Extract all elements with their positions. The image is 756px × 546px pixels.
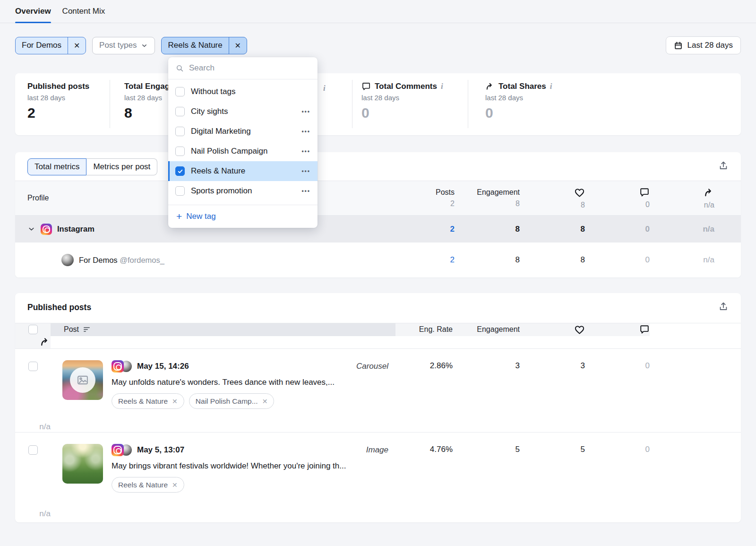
tag-option-nail-polish-campaign[interactable]: Nail Polish Campaign ••• xyxy=(168,141,318,161)
tag-option-without-tags[interactable]: Without tags xyxy=(168,82,318,102)
stat-published-posts-label: Published posts xyxy=(27,82,89,91)
tags-list: Without tags City sights ••• Digital Mar… xyxy=(168,79,318,205)
tag-option-reels-and-nature[interactable]: Reels & Nature ••• xyxy=(168,161,318,181)
tag-checkbox-checked[interactable] xyxy=(175,166,185,176)
post-date[interactable]: May 15, 14:26 xyxy=(137,362,189,371)
shares-icon[interactable] xyxy=(704,187,714,198)
post-shares: n/a xyxy=(15,497,51,519)
network-row-instagram[interactable]: Instagram 2 8 8 0 n/a xyxy=(15,216,741,243)
profile-filter-label: For Demos xyxy=(16,41,68,50)
profile-posts-value[interactable]: 2 xyxy=(393,255,455,265)
tab-content-mix[interactable]: Content Mix xyxy=(62,0,105,23)
toggle-metrics-per-post[interactable]: Metrics per post xyxy=(86,158,157,175)
new-tag-button[interactable]: + New tag xyxy=(168,205,318,228)
profile-likes-value: 8 xyxy=(520,255,585,265)
stat-published-posts-value: 2 xyxy=(27,105,89,121)
tag-option-digital-marketing[interactable]: Digital Marketing ••• xyxy=(168,121,318,141)
new-tag-label: New tag xyxy=(186,212,215,221)
likes-heart-icon[interactable] xyxy=(574,324,585,335)
tag-remove-icon[interactable]: ✕ xyxy=(172,398,178,405)
date-range-label: Last 28 days xyxy=(687,41,733,50)
stat-total-comments-label: Total Comments xyxy=(375,82,437,91)
stat-divider xyxy=(110,80,110,128)
export-icon[interactable] xyxy=(718,302,729,314)
tag-pill-label: Nail Polish Camp... xyxy=(196,397,258,406)
post-caption: May brings vibrant festivals worldwide! … xyxy=(112,461,388,471)
likes-heart-icon[interactable] xyxy=(574,187,585,198)
network-name: Instagram xyxy=(57,225,94,234)
tag-remove-icon[interactable]: ✕ xyxy=(262,398,268,405)
sort-icon[interactable] xyxy=(83,326,91,333)
tag-menu-icon[interactable]: ••• xyxy=(301,168,310,174)
stat-total-comments: Total Comments i last 28 days 0 xyxy=(361,82,443,121)
tag-pill: Nail Polish Camp... ✕ xyxy=(189,393,275,409)
export-icon[interactable] xyxy=(718,161,729,173)
tag-option-label: City sights xyxy=(191,107,295,116)
post-thumbnail[interactable] xyxy=(62,360,103,400)
tag-filter-chip[interactable]: Reels & Nature ✕ xyxy=(161,37,247,54)
tag-filter-label: Reels & Nature xyxy=(162,41,228,50)
tag-menu-icon[interactable]: ••• xyxy=(301,188,310,194)
tag-filter-close-icon[interactable]: ✕ xyxy=(229,37,247,54)
tag-remove-icon[interactable]: ✕ xyxy=(172,481,178,489)
tag-option-city-sights[interactable]: City sights ••• xyxy=(168,102,318,121)
tag-option-sports-promotion[interactable]: Sports promotion ••• xyxy=(168,181,318,201)
post-eng-rate: 4.76% xyxy=(395,433,453,454)
column-engagement-total: 8 xyxy=(515,199,520,208)
info-icon[interactable]: i xyxy=(550,82,552,91)
comments-icon[interactable] xyxy=(639,324,650,335)
tag-menu-icon[interactable]: ••• xyxy=(301,148,310,155)
post-types-filter-label: Post types xyxy=(99,41,137,50)
search-input[interactable] xyxy=(189,63,310,73)
post-engagement: 3 xyxy=(453,349,520,371)
column-posts[interactable]: Posts xyxy=(436,188,455,197)
tag-checkbox[interactable] xyxy=(175,127,185,136)
stat-published-posts-period: last 28 days xyxy=(27,94,89,102)
column-post[interactable]: Post xyxy=(64,325,79,334)
profile-comments-value: 0 xyxy=(585,255,650,265)
tag-checkbox[interactable] xyxy=(175,107,185,116)
post-thumbnail[interactable] xyxy=(62,444,103,484)
post-checkbox[interactable] xyxy=(28,445,38,455)
info-icon[interactable]: i xyxy=(323,84,326,93)
profile-handle: @fordemos_ xyxy=(120,256,164,264)
tag-checkbox[interactable] xyxy=(175,147,185,156)
column-engagement[interactable]: Engagement xyxy=(477,188,520,197)
calendar-icon xyxy=(674,41,683,50)
post-types-filter-chip[interactable]: Post types xyxy=(92,37,155,54)
post-date[interactable]: May 5, 13:07 xyxy=(137,445,184,455)
comments-icon[interactable] xyxy=(639,187,650,198)
metrics-view-toggle: Total metrics Metrics per post xyxy=(27,158,157,175)
post-comments: 0 xyxy=(585,433,650,454)
column-shares-total: n/a xyxy=(704,201,714,209)
profile-filter-close-icon[interactable]: ✕ xyxy=(68,37,86,54)
tag-checkbox[interactable] xyxy=(175,87,185,96)
tag-pill: Reels & Nature ✕ xyxy=(112,393,184,409)
tag-checkbox[interactable] xyxy=(175,186,185,196)
stat-divider xyxy=(352,80,352,128)
tab-overview[interactable]: Overview xyxy=(15,0,51,23)
column-engagement[interactable]: Engagement xyxy=(477,325,520,334)
post-tags: Reels & Nature ✕ Nail Polish Camp... ✕ xyxy=(112,393,388,409)
share-icon xyxy=(485,82,495,91)
profile-row-fordemos[interactable]: For Demos @fordemos_ 2 8 8 0 n/a xyxy=(15,243,741,277)
tag-menu-icon[interactable]: ••• xyxy=(301,108,310,115)
toggle-total-metrics[interactable]: Total metrics xyxy=(27,158,86,175)
post-engagement: 5 xyxy=(453,433,520,454)
column-comments-total: 0 xyxy=(645,200,650,209)
info-icon[interactable]: i xyxy=(441,82,443,91)
date-range-button[interactable]: Last 28 days xyxy=(666,36,741,54)
post-row-may15: May 15, 14:26 Carousel May unfolds natur… xyxy=(15,349,741,433)
column-eng-rate[interactable]: Eng. Rate xyxy=(419,325,453,334)
column-likes-total: 8 xyxy=(581,201,585,209)
filter-bar: For Demos ✕ Post types Reels & Nature ✕ … xyxy=(15,36,741,54)
stat-total-shares-period: last 28 days xyxy=(485,94,552,102)
post-checkbox[interactable] xyxy=(28,362,38,371)
tag-menu-icon[interactable]: ••• xyxy=(301,128,310,135)
metrics-table-header: Profile Posts 2 Engagement 8 8 0 xyxy=(15,181,741,216)
shares-icon[interactable] xyxy=(40,337,51,347)
profile-filter-chip[interactable]: For Demos ✕ xyxy=(15,37,86,54)
instagram-posts-value[interactable]: 2 xyxy=(393,225,455,234)
select-all-checkbox[interactable] xyxy=(28,325,38,334)
chevron-down-icon[interactable] xyxy=(27,225,35,233)
